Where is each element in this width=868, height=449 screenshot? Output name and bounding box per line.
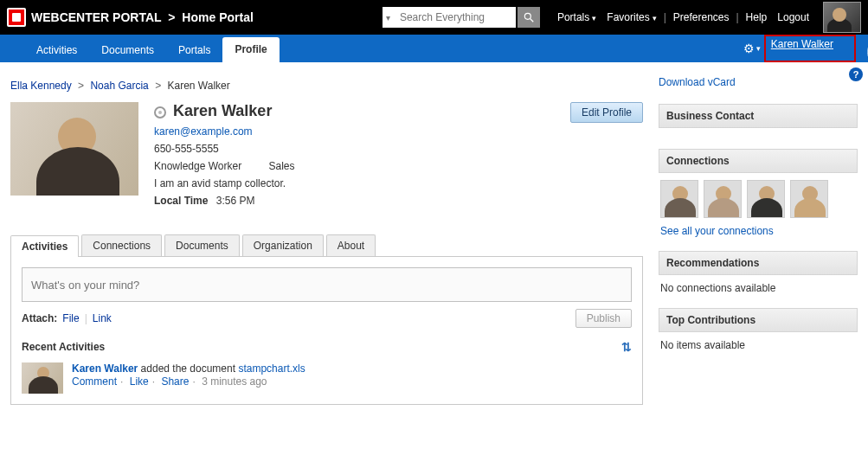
breadcrumb-link-1[interactable]: Noah Garcia [90,80,148,92]
profile-role-row: Knowledge Worker Sales [154,160,319,172]
activity-item: Karen Walker added the document stampcha… [22,362,632,394]
activity-user-avatar [22,362,63,394]
recommendations-header: Recommendations [659,251,858,275]
svg-line-1 [530,19,534,22]
download-vcard-link[interactable]: Download vCard [659,76,858,88]
profile-header: Karen Walker karen@example.com 650-555-5… [10,102,643,207]
profile-name-heading: Karen Walker [154,102,319,120]
connection-avatar[interactable] [704,180,742,218]
context-help-button[interactable]: ? [849,67,863,81]
connection-avatar[interactable] [790,180,828,218]
current-user-avatar[interactable] [823,2,861,33]
brand-sub: Home Portal [182,10,253,24]
activity-like-link[interactable]: Like [130,375,149,388]
search-scope-dropdown[interactable]: ▾ [383,13,395,22]
attach-link-link[interactable]: Link [93,312,112,324]
profile-tab-organization[interactable]: Organization [242,234,324,256]
business-contact-header: Business Contact [659,104,858,128]
refresh-icon[interactable]: ⇅ [621,340,632,354]
search-input[interactable] [395,8,516,27]
current-user-name-link[interactable]: Karen Walker [771,38,833,50]
recent-activities-heading: Recent Activities [22,341,105,353]
search-box: ▾ [383,7,516,28]
profile-role: Knowledge Worker [154,160,241,172]
user-link-highlight: Karen Walker ☟ [764,35,856,62]
nav-tab-portals[interactable]: Portals [166,38,222,62]
activity-action-text: added the document [141,362,235,375]
gear-icon: ⚙ [743,42,755,55]
see-all-connections-link[interactable]: See all your connections [660,225,856,237]
activity-document-link[interactable]: stampchart.xls [238,362,305,375]
svg-point-0 [524,13,530,19]
logout-link[interactable]: Logout [777,11,809,23]
search-button[interactable] [518,7,540,28]
profile-local-time: Local Time 3:56 PM [154,195,319,207]
connections-header: Connections [659,149,858,173]
breadcrumb: Ella Kennedy > Noah Garcia > Karen Walke… [10,80,643,92]
favorites-menu[interactable]: Favorites▾ [607,11,656,23]
status-compose-input[interactable] [22,267,632,302]
brand-main: WEBCENTER PORTAL [31,10,161,24]
activity-user-link[interactable]: Karen Walker [72,362,138,375]
activity-timestamp: 3 minutes ago [202,375,267,388]
global-links: Portals▾ Favorites▾ | Preferences | Help… [552,11,814,23]
profile-email[interactable]: karen@example.com [154,125,319,138]
nav-tab-profile[interactable]: Profile [222,37,279,62]
breadcrumb-link-0[interactable]: Ella Kennedy [10,80,72,92]
profile-name: Karen Walker [173,102,272,120]
brand-separator: > [168,10,175,24]
portals-menu[interactable]: Portals▾ [557,11,596,23]
profile-tab-activities[interactable]: Activities [10,235,79,257]
presence-status-icon [154,106,166,119]
connection-avatar[interactable] [747,180,785,218]
search-icon [523,11,535,23]
connection-avatar[interactable] [660,180,698,218]
preferences-link[interactable]: Preferences [673,11,730,23]
profile-tab-connections[interactable]: Connections [81,234,162,256]
global-header: WEBCENTER PORTAL > Home Portal ▾ Portals… [0,0,868,35]
profile-photo [10,102,138,196]
breadcrumb-current: Karen Walker [168,80,230,92]
primary-nav: ActivitiesDocumentsPortalsProfile ⚙▾ Kar… [0,35,868,62]
publish-button[interactable]: Publish [575,309,632,328]
brand-logo-icon [7,8,26,27]
connections-thumbnails [660,180,856,218]
global-search: ▾ [383,7,540,28]
profile-phone: 650-555-5555 [154,143,319,155]
brand-title: WEBCENTER PORTAL > Home Portal [31,10,254,24]
top-contributions-body: No items available [659,332,858,365]
tab-panel-activities: Attach: File | Link Publish Recent Activ… [10,257,643,405]
recommendations-body: No connections available [659,275,858,308]
help-link[interactable]: Help [746,11,768,23]
edit-profile-button[interactable]: Edit Profile [570,102,643,123]
top-contributions-header: Top Contributions [659,308,858,332]
activity-comment-link[interactable]: Comment [72,375,117,388]
settings-menu[interactable]: ⚙▾ [743,42,761,55]
nav-tab-activities[interactable]: Activities [24,38,89,62]
profile-tab-documents[interactable]: Documents [164,234,240,256]
profile-bio: I am an avid stamp collector. [154,177,319,189]
nav-tab-documents[interactable]: Documents [89,38,166,62]
profile-tab-about[interactable]: About [326,234,376,256]
activity-share-link[interactable]: Share [161,375,189,388]
attach-label: Attach: [22,312,57,324]
profile-tabs: ActivitiesConnectionsDocumentsOrganizati… [10,234,643,405]
profile-dept: Sales [269,160,295,172]
attach-file-link[interactable]: File [62,312,79,324]
